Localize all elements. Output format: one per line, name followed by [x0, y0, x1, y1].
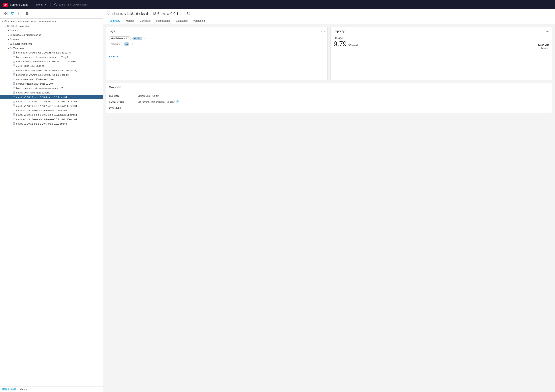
tree-label-bottlerocket3: bottlerocket-vmware-k8s-1.20-x86_64-1.1.…	[16, 73, 69, 76]
tree-icon-ubuntu1	[13, 65, 15, 67]
recent-tasks-tab[interactable]: Recent Tasks	[2, 388, 16, 391]
svg-point-18	[5, 21, 6, 22]
tree-label-ubuntu8: ubuntu-v1.19.12-eks-d-1-19-5-eks-a-0.0.1…	[16, 118, 77, 121]
tree-label-templates: Templates	[13, 47, 24, 50]
tree-item-management[interactable]: ▶ Management VMs	[0, 42, 103, 46]
tree-label-donotuse1: donotuse-ubuntu-1804-kube-v1.19.6	[16, 78, 53, 81]
guest-os-card: Guest OS Guest OS Ubuntu Linux (64-bit) …	[106, 83, 552, 113]
tree-icon-ubuntu2	[13, 91, 15, 94]
tree-label-ubuntu9: ubuntu-v1.19.12-eks-d-1-19-5-eks-a-0.2.0…	[16, 123, 67, 125]
storage-view-btn[interactable]	[16, 11, 23, 17]
tree-icon-sddc	[7, 24, 10, 28]
tree-icon-donotuse1	[13, 78, 15, 81]
tree-icon-test1	[13, 60, 15, 63]
guest-os-body: Guest OS Ubuntu Linux (64-bit) VMware To…	[106, 91, 552, 113]
tree-item-ubuntu2[interactable]: ubuntu-2004-kube-v1.19.12-terry	[0, 90, 103, 95]
tree-toggle-vcenter[interactable]: ▼	[1, 20, 4, 23]
tree-icon-management	[10, 42, 12, 45]
tags-card-body: eksdRelease:kub... eksd... ✕ os:ubuntu o…	[106, 35, 328, 51]
topbar: vm vSphere Client Menu ▼ Search in all e…	[0, 0, 555, 9]
tree-toggle-templates[interactable]: ▼	[7, 47, 10, 50]
tree-icon-livecd2	[13, 87, 15, 90]
tree-item-hosts[interactable]: ▶ hosts	[0, 37, 103, 42]
chevron-down-icon: ▼	[44, 4, 46, 6]
tree-toggle-hosts[interactable]: ▶	[7, 38, 10, 41]
tree-label-livecd1: livecd.ubuntu-cpc.eks.anywhere-vmware.1.…	[16, 56, 68, 58]
tree-toggle-livecd2	[10, 87, 13, 90]
tree-item-bottlerocket3[interactable]: bottlerocket-vmware-k8s-1.20-x86_64-1.1.…	[0, 73, 103, 77]
menu-button[interactable]: Menu ▼	[32, 3, 51, 6]
network-view-btn[interactable]	[23, 11, 30, 17]
tree-item-donotuse1[interactable]: donotuse-ubuntu-1804-kube-v1.19.6	[0, 77, 103, 81]
tab-permissions[interactable]: Permissions	[153, 18, 173, 24]
tab-configure[interactable]: Configure	[137, 18, 153, 24]
tree-toggle-ubuntu4	[10, 100, 13, 103]
tree-item-ubuntu3[interactable]: ubuntu-v1.18.16-eks-d-1-18-6-eks-a-0.0.1…	[0, 95, 103, 99]
tree-item-livecd1[interactable]: livecd.ubuntu-cpc.eks.anywhere-vmware.1.…	[0, 55, 103, 59]
tags-card: Tags eksdRelease:kub... eksd... ✕ os:ubu…	[106, 27, 328, 80]
tree-item-ubuntu4[interactable]: ubuntu-v1.18.16-eks-d-1-18-6-eks-a-0.0.1…	[0, 99, 103, 104]
tree-icon-bottlerocket2	[13, 69, 15, 72]
tab-summary[interactable]: Summary	[107, 18, 123, 24]
tag-close-eksd[interactable]: ✕	[144, 37, 146, 40]
tree-toggle-livecd1	[10, 56, 13, 59]
svg-point-11	[19, 12, 21, 13]
tree-toggle-discovered[interactable]: ▶	[7, 34, 10, 36]
icon-toolbar	[0, 9, 103, 19]
tree-item-ubuntu6[interactable]: ubuntu-v1.19.12-eks-d-1-19-5-eks-a-0.0.1…	[0, 108, 103, 113]
capacity-menu-btn[interactable]	[546, 31, 549, 32]
vmware-tools-row: VMware Tools Not running, version:11333 …	[109, 99, 549, 105]
guest-os-title: Guest OS	[106, 83, 552, 91]
tree-item-ubuntu7[interactable]: ubuntu-v1.19.12-eks-d-1-19-5-eks-a-0.0.1…	[0, 113, 103, 117]
tree-toggle-test1	[10, 60, 13, 63]
tree-toggle-capv[interactable]: ▶	[7, 29, 10, 32]
tree-item-vcenter[interactable]: ▼ vcenter.sddc-44-239-186-141.vmwarevmc.…	[0, 19, 103, 24]
tree-item-test1[interactable]: test-bottlerocket-vmware-k8s-1.20-x86_64…	[0, 59, 103, 64]
storage-used-value: 9.79 GB used	[334, 40, 358, 48]
tree-item-bottlerocket2[interactable]: bottlerocket-vmware-k8s-1.20-x86_64-1.1.…	[0, 68, 103, 73]
tree-item-sddc[interactable]: ▼ SDDC-Datacenter	[0, 24, 103, 28]
tree-item-livecd2[interactable]: livecd.ubuntu-cpc.eks.anywhere-vmware.1.…	[0, 86, 103, 90]
tree-toggle-ubuntu2	[10, 91, 13, 94]
tab-versioning[interactable]: Versioning	[190, 18, 208, 24]
tree-item-templates[interactable]: ▼ Templates	[0, 46, 103, 51]
assign-button[interactable]: ASSIGN	[106, 54, 121, 59]
tree-item-discovered[interactable]: ▶ Discovered virtual machine	[0, 33, 103, 37]
vms-view-btn[interactable]	[9, 11, 16, 17]
template-icon	[107, 11, 110, 16]
tag-close-os[interactable]: ✕	[131, 43, 134, 45]
svg-rect-91	[107, 12, 110, 12]
left-panel: ▼ vcenter.sddc-44-239-186-141.vmwarevmc.…	[0, 9, 103, 392]
main-area: ▼ vcenter.sddc-44-239-186-141.vmwarevmc.…	[0, 9, 555, 392]
tree-icon-capv	[10, 29, 12, 32]
tree-item-ubuntu9[interactable]: ubuntu-v1.19.12-eks-d-1-19-5-eks-a-0.2.0…	[0, 122, 103, 126]
tab-datastores[interactable]: Datastores	[173, 18, 190, 24]
tag-value-eksd[interactable]: eksd...	[132, 36, 142, 40]
alarms-tab[interactable]: Alarms	[20, 388, 27, 391]
tree-item-ubuntu5[interactable]: ubuntu-v1.18.16-eks-d-1-18-7-eks-a-0.0.1…	[0, 104, 103, 108]
tag-value-os[interactable]: os	[124, 42, 130, 46]
storage-value-row: 9.79 GB used 124.05 GB allocated	[334, 40, 549, 49]
tree-item-ubuntu1[interactable]: ubuntu-2004-kube-v1.19.12	[0, 64, 103, 68]
tree-label-vcenter: vcenter.sddc-44-239-186-141.vmwarevmc.co…	[8, 20, 56, 23]
detail-title-row: ubuntu-v1.18.16-eks-d-1-18-6-eks-a-0.0.1…	[107, 11, 551, 18]
hosts-view-btn[interactable]	[2, 11, 9, 17]
tree-toggle-ubuntu7	[10, 114, 13, 116]
tags-menu-btn[interactable]	[321, 31, 325, 32]
storage-allocated-value: 124.05 GB allocated	[536, 44, 549, 49]
tab-monitor[interactable]: Monitor	[123, 18, 137, 24]
search-bar[interactable]: Search in all environments	[51, 3, 552, 6]
tree-item-bottlerocket1[interactable]: bottlerocket-vmware-k8s-1.20-x86_64-1.2.…	[0, 51, 103, 55]
info-icon[interactable]: ⓘ	[176, 100, 179, 103]
tree-toggle-ubuntu5	[10, 105, 13, 108]
tree-toggle-management[interactable]: ▶	[7, 43, 10, 45]
search-icon	[54, 3, 57, 6]
tree-item-donotuse2[interactable]: donotuse-ubuntu-2004-kube-v1.19.6	[0, 81, 103, 86]
tree-label-discovered: Discovered virtual machine	[13, 34, 41, 36]
tag-row-os: os:ubuntu os ✕	[109, 42, 325, 46]
guest-os-value: Ubuntu Linux (64-bit)	[137, 94, 159, 97]
tree-item-ubuntu8[interactable]: ubuntu-v1.19.12-eks-d-1-19-5-eks-a-0.0.1…	[0, 117, 103, 122]
tree-item-capv[interactable]: ▶ capv	[0, 28, 103, 33]
menu-label: Menu	[36, 3, 43, 6]
tree-toggle-sddc[interactable]: ▼	[4, 25, 7, 28]
